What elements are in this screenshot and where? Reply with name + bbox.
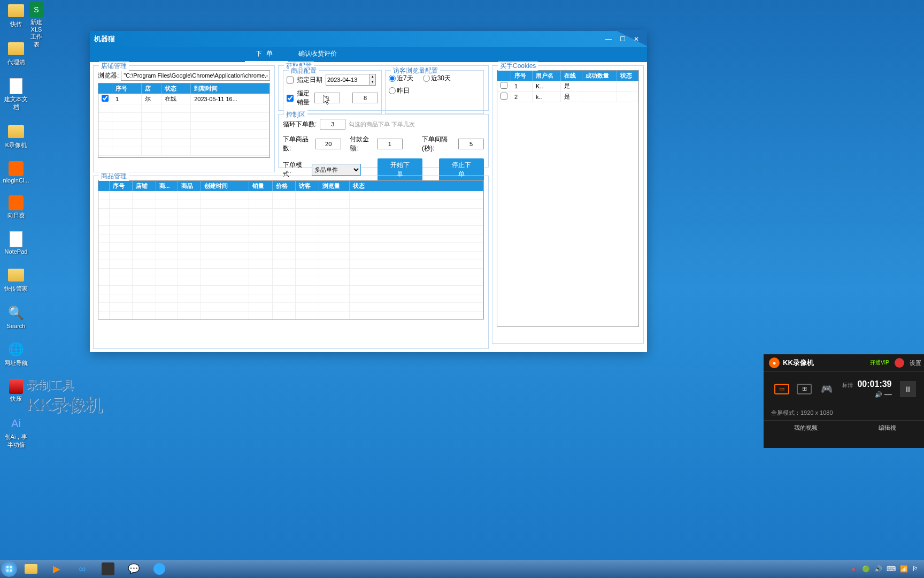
mode-select[interactable]: 多品单件: [312, 164, 361, 176]
tray-icon[interactable]: 🟢: [862, 565, 870, 573]
desktop-icon-nlogin[interactable]: nloginCl...: [0, 159, 32, 186]
panel-title-productconfig: 商品配置: [289, 66, 319, 75]
date-label: 指定日期: [297, 75, 322, 85]
count-label: 下单商品数:: [283, 135, 312, 153]
cookie-row[interactable]: 2k..是: [497, 92, 638, 102]
cookie-row[interactable]: 1K..是: [497, 81, 638, 92]
sales-from-input[interactable]: [314, 93, 340, 103]
desktop-icon-nav[interactable]: 🌐网址导航: [0, 339, 32, 369]
maximize-button[interactable]: ☐: [616, 34, 629, 44]
recorder-settings[interactable]: 设置: [910, 359, 921, 367]
tray-icon[interactable]: 🔺: [850, 565, 858, 573]
panel-title-visitorconfig: 访客浏览量配置: [391, 66, 440, 75]
desktop-icon-ai[interactable]: Ai创Ai，事半功倍: [0, 413, 32, 451]
date-input[interactable]: [326, 74, 369, 85]
desktop-icon-kuaichuanguanjia[interactable]: 快传管家: [0, 264, 32, 295]
recorder-window[interactable]: ●KK录像机 开通VIP 设置 ▭ ⊞ 🎮 标清 00:01:39 🔊 ━━ ⏸…: [764, 354, 924, 448]
panel-title-control: 控制区: [284, 110, 307, 119]
edit-video-button[interactable]: 编辑视: [879, 424, 896, 432]
pay-input[interactable]: [377, 139, 403, 149]
loop-input[interactable]: [320, 119, 345, 130]
task-app-dark[interactable]: [96, 561, 120, 577]
taskbar: ▶ ∞ 💬 🔺 🟢 🔊 ⌨ 📶 🏳: [0, 560, 924, 578]
svg-point-0: [5, 565, 13, 573]
vip-link[interactable]: 开通VIP: [870, 359, 889, 367]
title-bar[interactable]: 机器猫 — ☐ ✕: [90, 31, 647, 47]
panel-cookies: 买手Cookies 序号 用户名 在线 成功数量 状态 1K..是: [492, 65, 644, 344]
minimize-button[interactable]: —: [602, 34, 615, 44]
date-down-icon[interactable]: ▾: [369, 80, 375, 85]
mode-game-icon[interactable]: 🎮: [819, 384, 834, 394]
panel-visitor-config: 访客浏览量配置 近7天 近30天 昨日: [385, 70, 484, 114]
product-table: 序号 店铺 商... 商品 创建时间 销量 价格 访客 浏览量 状态: [98, 180, 484, 320]
pay-label: 付款金额:: [350, 135, 374, 153]
store-row[interactable]: 1 尔 在线 2023-05-11 16...: [98, 94, 270, 104]
cookies-table: 序号 用户名 在线 成功数量 状态 1K..是 2k..是: [497, 70, 639, 327]
tray-volume-icon[interactable]: 🔊: [874, 565, 882, 573]
panel-control: 控制区 循环下单数: 勾选的商品下单 下单几次 下单商品数: 付款金额: 下单间…: [278, 114, 489, 168]
col-shop[interactable]: 店: [141, 83, 161, 94]
task-player[interactable]: ▶: [44, 561, 69, 577]
store-table: 序号 店 状态 到期时间 1 尔 在线: [98, 83, 270, 158]
task-cloud[interactable]: ∞: [70, 561, 95, 577]
watermark: 录制工具 KK录像机: [27, 377, 103, 417]
task-wechat[interactable]: 💬: [121, 561, 146, 577]
start-button[interactable]: [1, 561, 17, 577]
mode-window-icon[interactable]: ⊞: [797, 384, 812, 394]
sales-label: 指定销量: [297, 89, 311, 107]
date-up-icon[interactable]: ▴: [369, 74, 375, 80]
task-doraemon[interactable]: [147, 561, 172, 577]
mode-screen-icon[interactable]: ▭: [774, 384, 789, 394]
close-button[interactable]: ✕: [630, 34, 643, 44]
panel-store-mgmt: 店铺管理 浏览器: 序号 店 状态 到期时间: [93, 65, 275, 172]
interval-label: 下单间隔(秒):: [422, 135, 455, 153]
loop-hint: 勾选的商品下单 下单几次: [349, 120, 415, 128]
desktop-icon-notepad[interactable]: NotePad: [0, 229, 32, 257]
panel-get-config: 获取配置 商品配置 指定日期 ▴▾: [278, 65, 489, 111]
store-row-checkbox[interactable]: [102, 95, 109, 102]
panel-title-product: 商品管理: [99, 172, 129, 181]
tab-bar: 下单 确认收货评价: [90, 47, 647, 62]
interval-input[interactable]: [458, 139, 484, 149]
panel-product-mgmt: 商品管理 序号 店铺 商... 商品 创建时间 销量 价格 访客: [93, 176, 489, 349]
panel-title-cookies: 买手Cookies: [498, 62, 538, 71]
rec-time: 00:01:39: [857, 379, 891, 389]
tray-ime-icon[interactable]: ⌨: [887, 565, 896, 573]
recorder-face-icon[interactable]: [895, 358, 904, 368]
panel-title-store: 店铺管理: [99, 62, 129, 71]
sales-checkbox[interactable]: [287, 95, 294, 102]
count-input[interactable]: [315, 139, 341, 149]
tray-flag-icon[interactable]: 🏳: [912, 565, 919, 573]
volume-icon[interactable]: 🔊 ━━: [875, 391, 891, 398]
tab-order[interactable]: 下单: [245, 47, 288, 62]
browser-path-input[interactable]: [121, 70, 270, 81]
tray-network-icon[interactable]: 📶: [900, 565, 908, 573]
task-explorer[interactable]: [19, 561, 43, 577]
browser-label: 浏览器:: [98, 71, 119, 80]
desktop-icon-xls[interactable]: S新建 XLS 工作表: [27, 0, 46, 51]
my-video-button[interactable]: 我的视频: [794, 424, 818, 432]
sales-to-input[interactable]: [352, 93, 378, 103]
desktop-icon-search[interactable]: 🔍Search: [0, 302, 32, 331]
col-status[interactable]: 状态: [161, 83, 191, 94]
desktop-icon-sunflower[interactable]: 向日葵: [0, 193, 32, 222]
desktop-icon-txt[interactable]: 建文本文档: [0, 76, 32, 113]
col-seq[interactable]: 序号: [112, 83, 142, 94]
desktop-icon-kkrec[interactable]: K录像机: [0, 121, 32, 151]
app-title: 机器猫: [94, 34, 115, 44]
recorder-logo-icon: ●: [769, 358, 780, 368]
radio-yesterday[interactable]: 昨日: [389, 86, 410, 95]
col-expire[interactable]: 到期时间: [191, 83, 270, 94]
loop-label: 循环下单数:: [283, 120, 317, 129]
date-checkbox[interactable]: [287, 77, 294, 83]
pause-button[interactable]: ⏸: [900, 381, 916, 397]
panel-product-config: 商品配置 指定日期 ▴▾: [283, 70, 382, 114]
tab-confirm[interactable]: 确认收货评价: [288, 47, 348, 62]
rec-fullscreen-info: 全屏模式：1920 x 1080: [764, 406, 924, 420]
app-window: 机器猫 — ☐ ✕ 下单 确认收货评价 店铺管理 浏览器:: [90, 31, 647, 352]
